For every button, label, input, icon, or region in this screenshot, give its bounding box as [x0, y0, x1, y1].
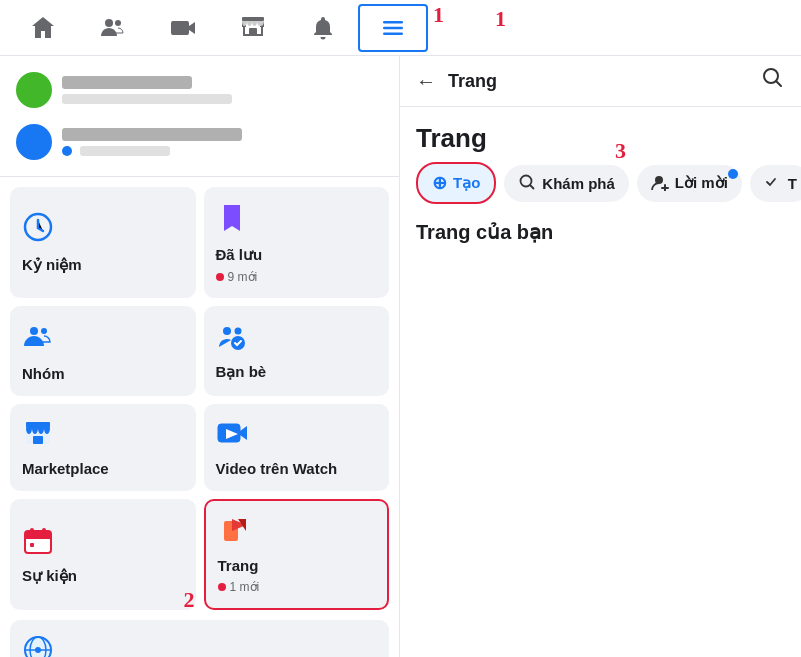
profile-item-2[interactable]	[12, 116, 387, 168]
events-icon	[22, 525, 184, 561]
profile-section	[0, 56, 399, 177]
tabs-container: 3 ⊕ Tạo Khám phá	[400, 162, 801, 204]
liked-icon	[764, 173, 782, 194]
invite-icon	[651, 173, 669, 194]
watch-icon	[216, 418, 378, 454]
svg-rect-4	[249, 28, 257, 35]
main-area: Kỷ niệm Đã lưu 9 mới	[0, 56, 801, 657]
tab-invite[interactable]: Lời mời	[637, 165, 742, 202]
profile-sub-row-2	[62, 146, 383, 156]
menu-item-watch[interactable]: Video trên Watch	[204, 404, 390, 491]
groups-label: Nhóm	[22, 365, 184, 382]
right-panel-header: ← Trang	[400, 56, 801, 107]
nav-menu-button[interactable]: 1	[358, 4, 428, 52]
menu-item-events[interactable]: Sự kiện	[10, 499, 196, 610]
svg-point-12	[41, 328, 47, 334]
saved-icon	[216, 201, 378, 240]
nav-video-button[interactable]	[148, 4, 218, 52]
top-navigation: 1	[0, 0, 801, 56]
nearby-icon	[22, 634, 377, 657]
svg-rect-7	[383, 21, 403, 24]
pages-section-title: Trang của bạn	[400, 204, 801, 252]
friends-label: Bạn bè	[216, 363, 378, 381]
saved-badge-dot	[216, 273, 224, 281]
menu-item-friends[interactable]: Bạn bè	[204, 306, 390, 396]
pages-label: Trang	[218, 557, 376, 574]
memories-label: Kỷ niệm	[22, 256, 184, 274]
tab-explore-label: Khám phá	[542, 175, 615, 192]
menu-item-marketplace[interactable]: Marketplace	[10, 404, 196, 491]
tab-invite-label: Lời mời	[675, 174, 728, 192]
tab-create[interactable]: ⊕ Tạo	[416, 162, 496, 204]
memories-icon	[22, 211, 184, 250]
tab-create-label: Tạo	[453, 174, 480, 192]
marketplace-label: Marketplace	[22, 460, 184, 477]
svg-rect-2	[171, 21, 189, 35]
nav-icons-group: 1	[8, 4, 793, 52]
svg-point-13	[223, 327, 231, 335]
back-button[interactable]: ←	[416, 70, 436, 93]
profile-sub-1	[62, 94, 232, 104]
nav-friends-button[interactable]	[78, 4, 148, 52]
pages-badge-text: 1 mới	[230, 580, 260, 594]
right-panel-title: Trang	[448, 71, 749, 92]
svg-point-14	[234, 328, 241, 335]
search-button[interactable]	[761, 66, 785, 96]
nav-notifications-button[interactable]	[288, 4, 358, 52]
tab-liked[interactable]: T	[750, 165, 801, 202]
profile-sub-2	[80, 146, 170, 156]
saved-badge: 9 mới	[216, 270, 378, 284]
annotation-2: 2	[184, 587, 195, 613]
svg-rect-26	[30, 543, 34, 547]
marketplace-icon	[22, 418, 184, 454]
avatar-2	[16, 124, 52, 160]
online-indicator	[62, 146, 72, 156]
groups-icon	[22, 320, 184, 359]
svg-rect-3	[242, 17, 264, 21]
menu-item-saved[interactable]: Đã lưu 9 mới	[204, 187, 390, 298]
watch-label: Video trên Watch	[216, 460, 378, 477]
annotation-1: 1	[433, 4, 444, 26]
pages-badge-dot	[218, 583, 226, 591]
menu-item-nearby[interactable]: Bạn bè quanh đây	[10, 620, 389, 657]
svg-rect-8	[383, 26, 403, 29]
annotation-number-1: 1	[495, 6, 506, 32]
tab-explore[interactable]: Khám phá	[504, 165, 629, 202]
menu-item-pages[interactable]: 2 Trang 1 mới	[204, 499, 390, 610]
nav-store-button[interactable]	[218, 4, 288, 52]
svg-rect-23	[25, 535, 51, 539]
profile-name-2	[62, 128, 242, 141]
profile-name-1	[62, 76, 192, 89]
svg-point-11	[30, 327, 38, 335]
avatar-1	[16, 72, 52, 108]
menu-item-groups[interactable]: Nhóm	[10, 306, 196, 396]
saved-badge-text: 9 mới	[228, 270, 258, 284]
pages-icon	[218, 515, 376, 551]
svg-rect-17	[33, 436, 43, 444]
saved-label: Đã lưu	[216, 246, 378, 264]
svg-point-33	[35, 647, 41, 653]
menu-grid: Kỷ niệm Đã lưu 9 mới	[0, 177, 399, 620]
profile-text-1	[62, 76, 383, 104]
explore-icon	[518, 173, 536, 194]
pages-badge: 1 mới	[218, 580, 376, 594]
tabs-row: ⊕ Tạo Khám phá	[400, 162, 801, 204]
menu-item-memories[interactable]: Kỷ niệm	[10, 187, 196, 298]
friends-icon	[216, 321, 378, 357]
svg-rect-9	[383, 32, 403, 35]
right-panel: ← Trang Trang 3 ⊕ Tạo	[400, 56, 801, 657]
svg-point-25	[42, 528, 46, 532]
invite-notification-dot	[728, 169, 738, 179]
svg-point-1	[115, 20, 121, 26]
svg-point-24	[30, 528, 34, 532]
nav-home-button[interactable]	[8, 4, 78, 52]
create-plus-icon: ⊕	[432, 172, 447, 194]
tab-liked-label: T	[788, 175, 797, 192]
events-label: Sự kiện	[22, 567, 184, 585]
svg-rect-16	[26, 422, 50, 428]
page-main-title: Trang	[400, 107, 801, 162]
profile-item-1[interactable]	[12, 64, 387, 116]
nearby-section: Bạn bè quanh đây	[0, 620, 399, 657]
annotation-number-3: 3	[615, 138, 626, 164]
profile-text-2	[62, 128, 383, 156]
